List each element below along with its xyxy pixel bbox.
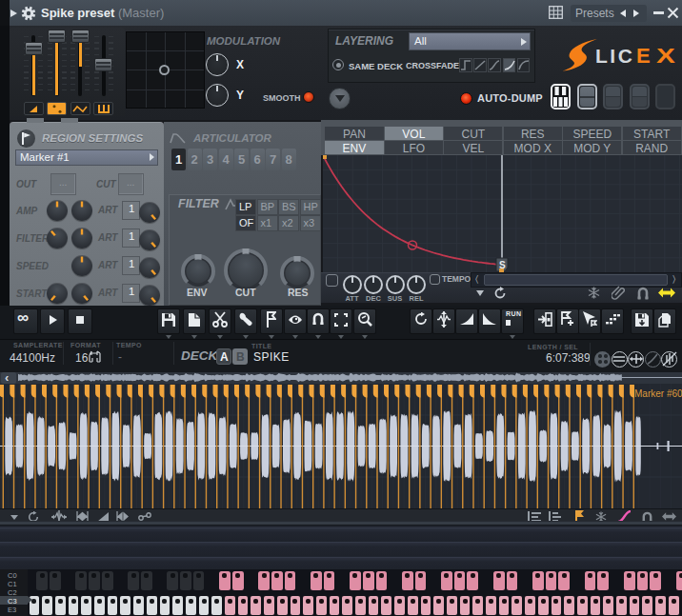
svg-text:E: E (636, 44, 651, 68)
svg-text:LIC: LIC (595, 45, 634, 67)
svg-text:Marker #60: Marker #60 (634, 388, 682, 399)
svg-text:X: X (656, 44, 675, 68)
